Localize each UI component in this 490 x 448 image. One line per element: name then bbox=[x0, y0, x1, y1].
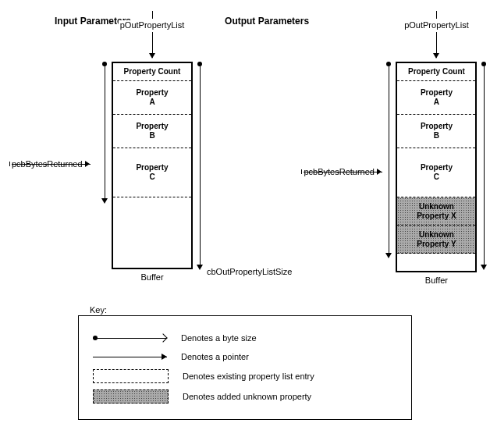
input-full-arrow bbox=[196, 62, 204, 296]
key-row-added: Denotes added unknown property bbox=[93, 389, 397, 404]
cell-property-c-out: Property C bbox=[397, 148, 475, 197]
cell-property-count-out: Property Count bbox=[397, 63, 475, 81]
label-buffer-in: Buffer bbox=[140, 272, 163, 282]
cell-unknown-y: Unknown Property Y bbox=[397, 226, 475, 254]
cell-empty-out bbox=[397, 254, 475, 271]
input-buffer-col: pOutPropertyList Property Count Property… bbox=[112, 30, 193, 282]
input-cb-label-col: cbOutPropertyListSize bbox=[207, 30, 292, 276]
key-text-pointer: Denotes a pointer bbox=[181, 352, 249, 361]
key-text-added: Denotes added unknown property bbox=[183, 392, 311, 401]
label-cbOutPropertyListSize-in: cbOutPropertyListSize bbox=[207, 267, 292, 276]
label-pOutPropertyList-in: pOutPropertyList bbox=[119, 20, 186, 30]
diagrams-row: pcbBytesReturned pOutPropertyList Proper… bbox=[8, 30, 482, 296]
input-bytes-arrow bbox=[101, 62, 108, 296]
label-pOutPropertyList-out: pOutPropertyList bbox=[403, 20, 470, 30]
key-row-bytesize: Denotes a byte size bbox=[93, 332, 397, 344]
key-title: Key: bbox=[87, 305, 110, 315]
cell-property-b-out: Property B bbox=[397, 115, 475, 148]
key-symbol-existing bbox=[93, 369, 169, 383]
label-pcbBytesReturned-in: pcbBytesReturned bbox=[12, 159, 89, 169]
cell-property-c: Property C bbox=[113, 148, 191, 197]
key-legend: Key: Denotes a byte size Denotes a point… bbox=[78, 315, 412, 420]
key-symbol-bytesize bbox=[93, 332, 167, 344]
key-text-existing: Denotes existing property list entry bbox=[183, 372, 314, 381]
label-pcbBytesReturned-out: pcbBytesReturned bbox=[304, 167, 381, 176]
cell-property-count: Property Count bbox=[113, 63, 191, 81]
key-text-bytesize: Denotes a byte size bbox=[181, 333, 257, 343]
key-row-pointer: Denotes a pointer bbox=[93, 350, 397, 363]
key-symbol-added bbox=[93, 389, 169, 404]
input-buffer: Property Count Property A Property B Pro… bbox=[112, 62, 193, 269]
cell-property-a: Property A bbox=[113, 81, 191, 115]
output-left-label-area: pcbBytesReturned bbox=[304, 30, 382, 280]
key-row-existing: Denotes existing property list entry bbox=[93, 369, 397, 383]
cell-unknown-x: Unknown Property X bbox=[397, 197, 475, 226]
cell-property-a-out: Property A bbox=[397, 81, 475, 115]
output-buffer-col: pOutPropertyList Property Count Property… bbox=[396, 30, 477, 285]
key-symbol-pointer bbox=[93, 350, 167, 363]
output-bytes-arrow bbox=[385, 62, 392, 296]
output-full-arrow bbox=[480, 62, 488, 296]
output-buffer: Property Count Property A Property B Pro… bbox=[396, 62, 477, 272]
label-buffer-out: Buffer bbox=[425, 276, 448, 285]
input-left-label-area: pcbBytesReturned bbox=[12, 30, 98, 280]
input-buffer-wrap: pOutPropertyList Property Count Property… bbox=[112, 30, 193, 269]
cell-property-b: Property B bbox=[113, 115, 191, 148]
output-diagram: pcbBytesReturned pOutPropertyList Proper… bbox=[304, 30, 490, 296]
title-output: Output Parameters bbox=[225, 16, 309, 27]
cell-empty bbox=[113, 197, 191, 268]
input-diagram: pcbBytesReturned pOutPropertyList Proper… bbox=[12, 30, 292, 296]
output-buffer-wrap: pOutPropertyList Property Count Property… bbox=[396, 30, 477, 272]
